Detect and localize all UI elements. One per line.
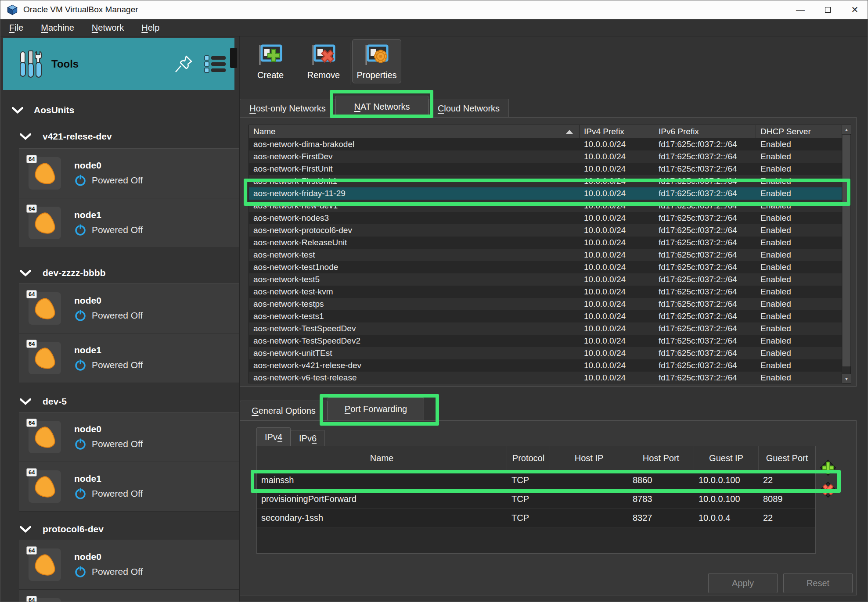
network-row[interactable]: aos-network-friday-11-29 10.0.0.0/24 fd1… <box>249 187 843 200</box>
network-ipv4-prefix: 10.0.0.0/24 <box>580 249 654 261</box>
column-header-guest-ip[interactable]: Guest IP <box>694 446 759 470</box>
network-row[interactable]: aos-network-v421-relese-dev 10.0.0.0/24 … <box>249 359 843 372</box>
rule-guest-ip: 10.0.0.100 <box>694 471 759 489</box>
network-row[interactable]: aos-network-test5 10.0.0.0/24 fd17:625c:… <box>249 273 843 286</box>
network-row[interactable]: aos-network-TestSpeedDev2 10.0.0.0/24 fd… <box>249 335 843 347</box>
network-type-tab[interactable]: Host-only Networks <box>240 99 335 118</box>
options-tab[interactable]: General Options <box>240 401 328 420</box>
vertical-scrollbar[interactable]: ▲ ▼ <box>842 125 850 383</box>
vm-item[interactable]: 64 node1 Powered Off <box>19 198 240 248</box>
network-ipv4-prefix: 10.0.0.0/24 <box>580 163 654 175</box>
vm-item[interactable]: 64 node0 Powered Off <box>19 284 240 333</box>
splitter-handle[interactable] <box>230 48 237 68</box>
menu-item[interactable]: Machine <box>32 19 83 36</box>
minimize-button[interactable]: — <box>787 0 814 19</box>
network-row[interactable]: aos-network-test1node 10.0.0.0/24 fd17:6… <box>249 261 843 273</box>
network-row[interactable]: aos-network-v6-test-release 10.0.0.0/24 … <box>249 372 843 384</box>
vm-item[interactable]: 64 node1 Powered Off <box>19 462 240 512</box>
port-forwarding-row[interactable]: mainssh TCP 8860 10.0.0.100 22 <box>257 471 815 490</box>
chevron-down-icon <box>20 526 31 533</box>
menu-item[interactable]: Help <box>133 19 168 36</box>
network-row[interactable]: aos-network-unitTEst 10.0.0.0/24 fd17:62… <box>249 347 843 359</box>
column-header-ipv4[interactable]: IPv4 Prefix <box>580 125 654 138</box>
network-row[interactable]: aos-network-protocol6-dev 10.0.0.0/24 fd… <box>249 224 843 236</box>
scroll-down-icon[interactable]: ▼ <box>842 374 851 383</box>
scrollbar-thumb[interactable] <box>843 135 850 366</box>
network-ipv4-prefix: 10.0.0.0/24 <box>580 286 654 298</box>
column-header-protocol[interactable]: Protocol <box>507 446 550 470</box>
network-name: aos-network-FirstUnit1 <box>249 175 580 187</box>
network-row[interactable]: aos-network-new-dev1 10.0.0.0/24 fd17:62… <box>249 200 843 212</box>
scroll-up-icon[interactable]: ▲ <box>842 125 851 134</box>
close-button[interactable]: ✕ <box>841 0 868 19</box>
reset-button[interactable]: Reset <box>783 573 853 593</box>
network-row[interactable]: aos-network-TestSpeedDev 10.0.0.0/24 fd1… <box>249 322 843 335</box>
sidebar-group-dev-zzzz-bbbb[interactable]: dev-zzzz-bbbb <box>0 264 240 282</box>
arch-badge: 64 <box>26 204 37 213</box>
network-row[interactable]: aos-network-test-kvm 10.0.0.0/24 fd17:62… <box>249 286 843 298</box>
rule-host-port: 8783 <box>628 490 694 508</box>
network-dhcp-status: Enabled <box>756 298 843 310</box>
column-header-dhcp[interactable]: DHCP Server <box>756 125 843 138</box>
network-type-tab[interactable]: NAT Networks <box>335 96 429 118</box>
create-network-button[interactable]: Create <box>246 39 295 83</box>
network-row[interactable]: aos-network-test 10.0.0.0/24 fd17:625c:f… <box>249 249 843 261</box>
network-name: aos-network-test5 <box>249 273 580 286</box>
network-row[interactable]: aos-network-FirstDev 10.0.0.0/24 fd17:62… <box>249 150 843 163</box>
column-header-guest-port[interactable]: Guest Port <box>759 446 815 470</box>
sidebar-group-protocol6-dev[interactable]: protocol6-dev <box>0 520 240 538</box>
network-ipv6-prefix: fd17:625c:f037:2::/64 <box>654 187 756 200</box>
vm-list: 64 node0 Powered Off <box>19 412 240 512</box>
options-tab[interactable]: Port Forwarding <box>328 398 424 420</box>
network-row[interactable]: aos-network-tests1 10.0.0.0/24 fd17:625c… <box>249 310 843 322</box>
pin-icon[interactable] <box>174 54 194 74</box>
network-row[interactable]: aos-network-dima-brakodel 10.0.0.0/24 fd… <box>249 138 843 150</box>
network-row[interactable]: aos-network-ReleaseUnit 10.0.0.0/24 fd17… <box>249 236 843 249</box>
vm-item[interactable]: 64 node1 Powered Off <box>19 590 240 602</box>
column-header-ipv6[interactable]: IPv6 Prefix <box>654 125 756 138</box>
network-row[interactable]: aos-network-testps 10.0.0.0/24 fd17:625c… <box>249 298 843 310</box>
column-header-host-ip[interactable]: Host IP <box>550 446 628 470</box>
network-dhcp-status: Enabled <box>756 138 843 150</box>
port-forwarding-row[interactable]: secondary-1ssh TCP 8327 10.0.0.4 22 <box>257 509 815 527</box>
port-forwarding-row[interactable]: provisioningPortForward TCP 8783 10.0.0.… <box>257 490 815 509</box>
sidebar-group-dev-5[interactable]: dev-5 <box>0 393 240 410</box>
network-name: aos-network-tests1 <box>249 310 580 322</box>
vm-item[interactable]: 64 node1 Powered Off <box>19 333 240 383</box>
maximize-button[interactable] <box>814 0 841 19</box>
column-header-name[interactable]: Name <box>249 125 580 138</box>
arch-badge: 64 <box>26 419 37 427</box>
tools-header[interactable]: Tools <box>3 38 234 90</box>
network-row[interactable]: aos-network-nodes3 10.0.0.0/24 fd17:625c… <box>249 212 843 224</box>
network-remove-icon <box>311 43 336 68</box>
network-properties-button[interactable]: Properties <box>352 39 401 83</box>
add-rule-icon[interactable] <box>819 459 837 477</box>
apply-button[interactable]: Apply <box>708 573 778 593</box>
tools-icon <box>18 50 43 78</box>
menu-item[interactable]: Network <box>83 19 133 36</box>
column-header-host-port[interactable]: Host Port <box>628 446 694 470</box>
network-row[interactable]: aos-network-FirstUnit 10.0.0.0/24 fd17:6… <box>249 163 843 175</box>
ip-version-tab[interactable]: IPv6 <box>291 430 325 446</box>
tools-menu-icon[interactable] <box>204 54 227 74</box>
vm-item[interactable]: 64 node0 Powered Off <box>19 412 240 462</box>
column-header-name[interactable]: Name <box>257 446 507 470</box>
remove-rule-icon[interactable] <box>819 480 837 499</box>
network-type-tab[interactable]: Cloud Networks <box>429 99 509 118</box>
network-name: aos-network-TestSpeedDev2 <box>249 335 580 347</box>
network-row[interactable]: aos-network-FirstUnit1 10.0.0.0/24 fd17:… <box>249 175 843 187</box>
network-ipv4-prefix: 10.0.0.0/24 <box>580 335 654 347</box>
rule-guest-ip: 10.0.0.100 <box>694 490 759 508</box>
remove-network-button[interactable]: Remove <box>299 39 348 83</box>
sidebar-group-v421-relese-dev[interactable]: v421-relese-dev <box>0 128 240 145</box>
vm-item[interactable]: 64 node0 Powered Off <box>19 149 240 198</box>
network-ipv4-prefix: 10.0.0.0/24 <box>580 175 654 187</box>
sidebar-group-aosunits[interactable]: AosUnits <box>0 101 240 119</box>
ip-version-tab[interactable]: IPv4 <box>256 427 291 446</box>
action-bar: Apply Reset <box>708 573 853 593</box>
network-ipv4-prefix: 10.0.0.0/24 <box>580 347 654 359</box>
network-name: aos-network-TestSpeedDev <box>249 322 580 335</box>
vm-item[interactable]: 64 node0 Powered Off <box>19 540 240 590</box>
menu-item[interactable]: File <box>0 19 32 36</box>
network-options-tabs: General Options Port Forwarding <box>240 398 424 420</box>
